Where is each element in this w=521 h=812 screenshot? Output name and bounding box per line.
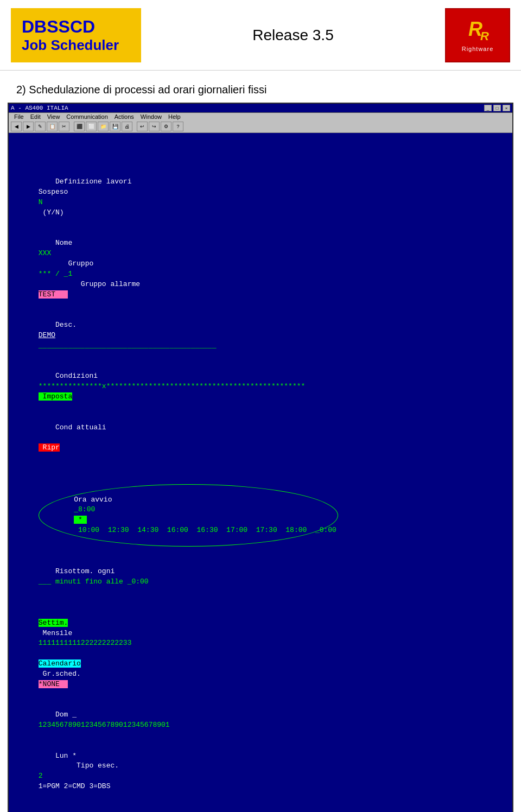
screen-line-risottom: Risottom. ogni ___ minuti fino alle _0:0… [13,557,508,598]
screen-line-def: Definizione lavori Sospeso N (Y/N) [13,167,508,229]
menu-file[interactable]: File [11,113,27,120]
nome-value: XXX [39,249,51,257]
screen-line-mar: Mar * Gennaio * Luglio _ Fine Comando CA… [13,802,508,812]
nome-label: Nome [39,239,77,247]
rightware-logo-box: RR Rightware [445,8,510,62]
gruppo-allarme-value: TEST [39,290,68,299]
imposta-btn[interactable]: Imposta [39,392,72,401]
gruppo-label: Gruppo [39,259,98,268]
terminal-window: A - AS400 ITALIA _ □ × File Edit View Co… [8,103,513,812]
sospeso-yn: (Y/N) [39,208,64,217]
screen-line-desc: Desc. DEMO _____________________________… [13,310,508,361]
logo-box: DBSSCD Job Scheduler [11,8,141,62]
dom-label: Dom _ [39,710,81,719]
toolbar-btn-14[interactable]: ? [173,122,183,131]
tipo-esec-legend: 1=PGM 2=CMD 3=DBS [39,782,111,790]
logo-title1: DBSSCD [22,17,130,37]
lun-label: Lun * [39,752,161,760]
tipo-esec-value: 2 [39,772,47,780]
toolbar-btn-5[interactable]: ✂ [59,122,69,131]
terminal-menubar: File Edit View Communication Actions Win… [9,113,512,120]
menu-help[interactable]: Help [165,113,184,120]
mensile-spacer [39,649,47,657]
screen-line-cond-attuali: Cond attuali Ripr [13,413,508,464]
menu-actions[interactable]: Actions [111,113,137,120]
terminal-titlebar: A - AS400 ITALIA _ □ × [9,104,512,113]
tipo-esec-label: Tipo esec. [39,762,123,770]
screen-blank-3 [13,157,508,167]
ora-avvio-value: _8:00 [74,505,95,513]
sospeso-value: N [39,198,43,206]
screen-blank-2 [13,147,508,157]
toolbar-btn-4[interactable]: 📋 [47,122,58,131]
settim-btn[interactable]: Settim. [39,619,68,627]
menu-view[interactable]: View [44,113,63,120]
toolbar-btn-7[interactable]: ⬜ [86,122,97,131]
desc-label: Desc. [39,321,81,329]
ripr-btn[interactable]: Ripr [39,443,60,452]
gruppo-value: *** / _1 [39,270,72,278]
risottom-label: Risottom. ogni [39,567,119,575]
mensile-value: 1111111111222222222233 [39,639,132,647]
maximize-button[interactable]: □ [493,105,501,111]
toolbar-btn-8[interactable]: 📁 [98,122,109,131]
condizioni-label: Condizioni [39,372,106,380]
header: DBSSCD Job Scheduler Release 3.5 RR Righ… [0,0,521,71]
toolbar-btn-13[interactable]: ⚙ [161,122,171,131]
terminal-title: A - AS400 ITALIA [11,105,68,111]
logo-title2: Job Scheduler [22,37,130,54]
menu-window[interactable]: Window [137,113,165,120]
gr-sched-value: *NONE [39,680,68,688]
menu-communication[interactable]: Communication [63,113,111,120]
toolbar-btn-12[interactable]: ↪ [149,122,160,131]
minimize-button[interactable]: _ [484,105,492,111]
screen-blank-1 [13,136,508,147]
terminal-window-controls: _ □ × [484,105,510,111]
release-label: Release 3.5 [141,27,445,44]
screen-line-settim: Settim. Mensile 1111111111222222222233 C… [13,608,508,700]
risottom-value: ___ minuti fino alle _0:00 [39,578,149,586]
screen-line-lun: Lun * Tipo esec. 2 1=PGM 2=CMD 3=DBS [13,741,508,802]
toolbar-btn-6[interactable]: ⬛ [74,122,85,131]
toolbar-btn-10[interactable]: 🖨 [122,122,132,131]
toolbar-btn-1[interactable]: ◀ [11,122,22,131]
ora-star: * [74,516,86,524]
gruppo-allarme-label: Gruppo allarme [39,280,144,288]
def-lav-label: Definizione lavori [39,177,178,186]
terminal-toolbar: ◀ ▶ ✎ 📋 ✂ ⬛ ⬜ 📁 💾 🖨 ↩ ↪ ⚙ ? [9,120,512,133]
calendario-btn[interactable]: Calendario [39,659,81,668]
screen-line-ora: Ora avvio _8:00 * 10:00 12:30 14:30 16:0… [13,464,508,557]
gr-sched-label: Gr.sched. [39,670,85,678]
toolbar-btn-9[interactable]: 💾 [110,122,120,131]
cond-attuali-label: Cond attuali [39,423,106,432]
screen-line-condizioni: Condizioni ***************x*************… [13,361,508,413]
rr-logo: RR [468,18,487,43]
ora-label [39,474,47,483]
rightware-text: Rightware [462,46,494,52]
desc-value: DEMO [39,331,55,339]
screen-line-dom: Dom _ 1234567890123456789012345678901 [13,700,508,740]
toolbar-btn-3[interactable]: ✎ [35,122,46,131]
screen-blank-4 [13,598,508,608]
sospeso-label: Sospeso [39,188,72,196]
close-button[interactable]: × [503,105,510,111]
section-heading: 2) Schedulazione di processi ad orari gi… [0,71,521,103]
menu-edit[interactable]: Edit [27,113,44,120]
condizioni-value: ***************x************************… [39,382,305,390]
dom-value: 1234567890123456789012345678901 [39,721,170,729]
desc-underline: ________________________________________… [39,341,217,350]
toolbar-btn-11[interactable]: ↩ [137,122,148,131]
ora-border: Ora avvio _8:00 * 10:00 12:30 14:30 16:0… [39,484,338,547]
toolbar-btn-2[interactable]: ▶ [23,122,34,131]
mensile-label: Mensile [39,629,77,637]
ora-avvio-label: Ora avvio [74,496,120,504]
ora-times: 10:00 12:30 14:30 16:00 16:30 17:00 17:3… [74,526,336,534]
cond-attuali-spacer [39,433,293,441]
terminal-screen: Definizione lavori Sospeso N (Y/N) Nome … [9,133,512,812]
screen-line-nome: Nome XXX Gruppo *** / _1 Gruppo allarme … [13,229,508,310]
